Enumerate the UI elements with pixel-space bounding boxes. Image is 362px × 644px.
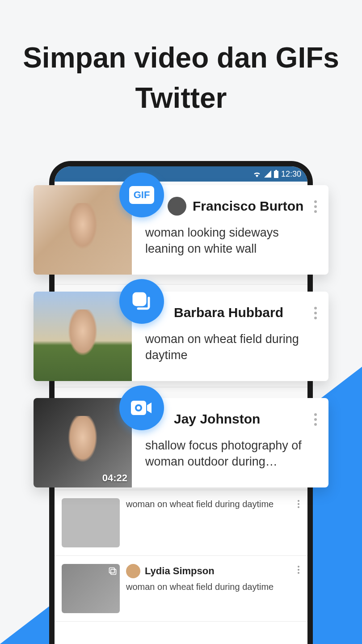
cellular-icon — [264, 170, 271, 178]
author-name: Lydia Simpson — [145, 565, 215, 577]
svg-rect-3 — [111, 569, 116, 575]
more-button[interactable] — [296, 498, 301, 510]
avatar — [126, 564, 140, 578]
gif-icon: GIF — [129, 186, 154, 204]
status-time: 12:30 — [281, 169, 301, 179]
svg-rect-1 — [275, 170, 277, 171]
page-headline: Simpan video dan GIFs Twitter — [0, 0, 362, 118]
card-description: woman looking sideways leaning on white … — [145, 225, 319, 257]
avatar — [168, 197, 186, 216]
thumbnail: 04:22 — [34, 398, 132, 487]
more-button[interactable] — [311, 304, 320, 322]
list-item[interactable]: woman on wheat field during daytime — [55, 490, 307, 556]
list-item[interactable]: Lydia Simpson woman on wheat field durin… — [55, 556, 307, 622]
media-card[interactable]: Barbara Hubbard woman on wheat field dur… — [34, 292, 328, 381]
battery-icon — [274, 170, 278, 178]
item-description: woman on wheat field during daytime — [126, 581, 300, 593]
more-button[interactable] — [296, 564, 301, 576]
wifi-icon — [253, 170, 261, 178]
stack-icon — [131, 291, 152, 312]
video-badge — [119, 386, 164, 430]
thumbnail — [62, 564, 120, 613]
card-description: shallow focus photography of woman outdo… — [145, 437, 319, 470]
author-name: Francisco Burton — [193, 199, 303, 214]
status-bar: 12:30 — [55, 166, 307, 182]
multi-badge — [119, 279, 164, 324]
more-button[interactable] — [311, 411, 320, 428]
video-camera-icon — [130, 399, 153, 417]
item-description: woman on wheat field during daytime — [126, 498, 300, 510]
svg-rect-2 — [109, 568, 115, 573]
svg-point-7 — [137, 406, 140, 410]
gif-badge: GIF — [119, 173, 164, 217]
svg-rect-0 — [274, 171, 278, 178]
media-card[interactable]: GIF Francisco Burton woman looking sidew… — [34, 185, 328, 275]
thumbnail — [62, 498, 120, 547]
stack-icon — [108, 567, 117, 576]
thumbnail — [34, 185, 132, 275]
media-card[interactable]: 04:22 Jay Johnston shallow focus photogr… — [34, 398, 328, 487]
video-duration: 04:22 — [102, 472, 127, 484]
more-button[interactable] — [311, 198, 320, 216]
card-description: woman on wheat field during daytime — [145, 331, 319, 364]
author-name: Jay Johnston — [174, 411, 260, 427]
svg-rect-4 — [134, 293, 145, 305]
author-name: Barbara Hubbard — [174, 305, 283, 320]
thumbnail — [34, 292, 132, 381]
